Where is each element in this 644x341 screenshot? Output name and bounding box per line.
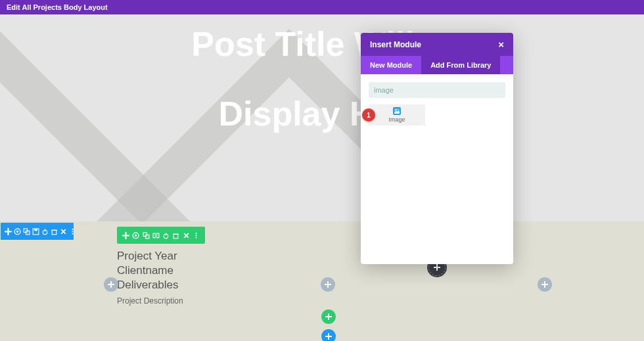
top-bar-title: Edit All Projects Body Layout xyxy=(7,3,108,11)
add-module-button[interactable] xyxy=(104,277,118,292)
columns-icon[interactable] xyxy=(152,231,160,240)
add-icon[interactable] xyxy=(122,231,130,240)
svg-point-27 xyxy=(195,233,196,234)
add-section-button[interactable] xyxy=(321,329,336,341)
add-module-button[interactable] xyxy=(538,277,552,292)
modal-header: Insert Module × xyxy=(361,33,513,56)
text-line: Clientname xyxy=(117,263,183,278)
trash-icon[interactable] xyxy=(172,231,180,240)
post-title-placeholder: Post Title Will ... xyxy=(0,24,644,64)
duplicate-icon[interactable] xyxy=(23,227,30,236)
svg-point-1 xyxy=(16,230,18,232)
duplicate-icon[interactable] xyxy=(142,231,150,240)
content-section: Project Year Clientname Deliverables Pro… xyxy=(0,221,644,341)
post-title-placeholder-line2: Display Here xyxy=(0,94,644,133)
svg-point-13 xyxy=(72,231,73,232)
more-icon[interactable] xyxy=(192,231,200,240)
hero-text: Post Title Will ... Display Here xyxy=(0,24,644,133)
top-bar: Edit All Projects Body Layout xyxy=(0,0,644,14)
more-icon[interactable] xyxy=(69,227,76,236)
hero-section: Post Title Will ... Display Here xyxy=(0,14,644,221)
svg-point-31 xyxy=(395,109,396,110)
module-label: Image xyxy=(388,116,405,123)
svg-point-28 xyxy=(195,235,196,236)
row-toolbar xyxy=(117,227,205,244)
svg-point-14 xyxy=(72,233,73,234)
close-icon[interactable]: × xyxy=(498,39,504,49)
text-desc: Project Description xyxy=(117,296,183,306)
svg-rect-5 xyxy=(34,229,37,231)
text-module[interactable]: Project Year Clientname Deliverables Pro… xyxy=(117,249,183,306)
power-icon[interactable] xyxy=(41,227,49,236)
image-icon xyxy=(393,107,401,115)
close-icon[interactable] xyxy=(60,227,67,236)
builder-stage: Post Title Will ... Display Here Pro xyxy=(0,14,644,341)
add-module-button[interactable] xyxy=(321,277,335,292)
svg-rect-19 xyxy=(153,233,155,238)
close-icon[interactable] xyxy=(182,231,190,240)
add-row-button[interactable] xyxy=(321,309,336,324)
tab-add-from-library[interactable]: Add From Library xyxy=(421,56,500,74)
module-search-input[interactable] xyxy=(369,82,505,98)
text-line: Project Year xyxy=(117,249,183,263)
tab-new-module[interactable]: New Module xyxy=(361,56,421,74)
svg-rect-20 xyxy=(156,233,158,238)
gear-icon[interactable] xyxy=(132,231,140,240)
svg-rect-8 xyxy=(52,230,57,235)
add-icon[interactable] xyxy=(5,227,12,236)
svg-point-16 xyxy=(135,234,137,236)
text-line: Deliverables xyxy=(117,278,183,292)
svg-point-12 xyxy=(72,229,73,230)
module-image[interactable]: 1 Image xyxy=(369,104,425,125)
svg-rect-23 xyxy=(174,234,179,239)
save-icon[interactable] xyxy=(32,227,39,236)
svg-point-29 xyxy=(195,237,196,238)
power-icon[interactable] xyxy=(162,231,170,240)
annotation-badge: 1 xyxy=(362,108,375,122)
modal-body: 1 Image xyxy=(361,74,513,264)
section-toolbar xyxy=(1,223,74,240)
modal-tabs: New Module Add From Library xyxy=(361,56,513,74)
gear-icon[interactable] xyxy=(14,227,21,236)
modal-title: Insert Module xyxy=(370,40,421,49)
trash-icon[interactable] xyxy=(51,227,58,236)
insert-module-modal: Insert Module × New Module Add From Libr… xyxy=(361,33,513,264)
